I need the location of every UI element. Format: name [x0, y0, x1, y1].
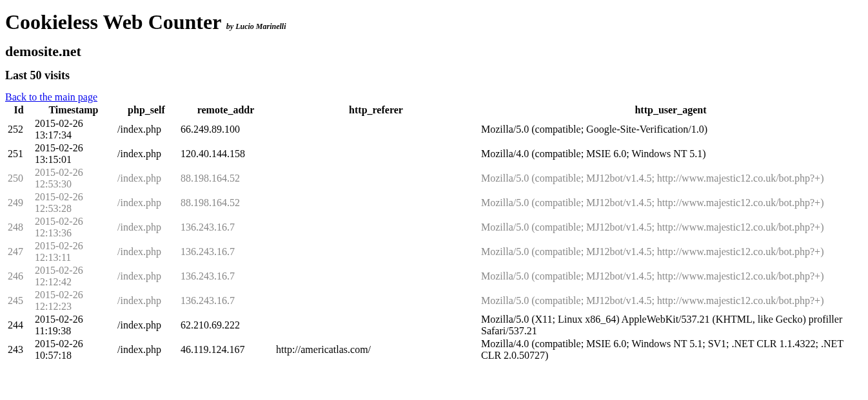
cell-php-self: /index.php: [115, 142, 178, 166]
cell-php-self: /index.php: [115, 117, 178, 142]
cell-remote-addr: 62.210.69.222: [178, 313, 273, 338]
cell-id: 244: [5, 313, 32, 338]
table-row: 2442015-02-26 11:19:38/index.php62.210.6…: [5, 313, 863, 338]
cell-id: 245: [5, 289, 32, 313]
cell-id: 247: [5, 240, 32, 264]
table-row: 2522015-02-26 13:17:34/index.php66.249.8…: [5, 117, 863, 142]
cell-remote-addr: 88.198.164.52: [178, 166, 273, 191]
cell-http-referer: http://americatlas.com/: [273, 338, 478, 362]
cell-id: 246: [5, 264, 32, 289]
cell-remote-addr: 88.198.164.52: [178, 191, 273, 215]
header-row: Id Timestamp php_self remote_addr http_r…: [5, 103, 863, 117]
site-name: demosite.net: [5, 43, 863, 60]
cell-timestamp: 2015-02-26 10:57:18: [32, 338, 115, 362]
cell-php-self: /index.php: [115, 191, 178, 215]
cell-http-referer: [273, 142, 478, 166]
cell-http-referer: [273, 215, 478, 240]
table-row: 2482015-02-26 12:13:36/index.php136.243.…: [5, 215, 863, 240]
col-php-self: php_self: [115, 103, 178, 117]
cell-remote-addr: 136.243.16.7: [178, 264, 273, 289]
page-title: Cookieless Web Counter by Lucio Marinell…: [5, 10, 863, 34]
cell-http-user-agent: Mozilla/5.0 (compatible; MJ12bot/v1.4.5;…: [478, 240, 863, 264]
table-row: 2432015-02-26 10:57:18/index.php46.119.1…: [5, 338, 863, 362]
cell-http-referer: [273, 191, 478, 215]
cell-http-user-agent: Mozilla/5.0 (compatible; MJ12bot/v1.4.5;…: [478, 289, 863, 313]
col-id: Id: [5, 103, 32, 117]
col-remote-addr: remote_addr: [178, 103, 273, 117]
cell-id: 251: [5, 142, 32, 166]
cell-timestamp: 2015-02-26 13:15:01: [32, 142, 115, 166]
cell-http-referer: [273, 289, 478, 313]
cell-http-user-agent: Mozilla/5.0 (compatible; MJ12bot/v1.4.5;…: [478, 166, 863, 191]
cell-http-referer: [273, 313, 478, 338]
cell-id: 249: [5, 191, 32, 215]
title-text: Cookieless Web Counter: [5, 10, 221, 33]
cell-php-self: /index.php: [115, 289, 178, 313]
cell-timestamp: 2015-02-26 12:53:30: [32, 166, 115, 191]
col-user-agent: http_user_agent: [478, 103, 863, 117]
cell-id: 243: [5, 338, 32, 362]
cell-http-user-agent: Mozilla/4.0 (compatible; MSIE 6.0; Windo…: [478, 142, 863, 166]
cell-remote-addr: 136.243.16.7: [178, 240, 273, 264]
table-row: 2502015-02-26 12:53:30/index.php88.198.1…: [5, 166, 863, 191]
cell-php-self: /index.php: [115, 338, 178, 362]
cell-http-referer: [273, 264, 478, 289]
cell-php-self: /index.php: [115, 264, 178, 289]
cell-id: 250: [5, 166, 32, 191]
table-row: 2492015-02-26 12:53:28/index.php88.198.1…: [5, 191, 863, 215]
cell-http-user-agent: Mozilla/4.0 (compatible; MSIE 6.0; Windo…: [478, 338, 863, 362]
cell-php-self: /index.php: [115, 166, 178, 191]
back-link[interactable]: Back to the main page: [5, 91, 97, 102]
cell-php-self: /index.php: [115, 313, 178, 338]
byline: by Lucio Marinelli: [226, 22, 286, 31]
cell-php-self: /index.php: [115, 215, 178, 240]
cell-php-self: /index.php: [115, 240, 178, 264]
cell-http-user-agent: Mozilla/5.0 (compatible; Google-Site-Ver…: [478, 117, 863, 142]
table-row: 2462015-02-26 12:12:42/index.php136.243.…: [5, 264, 863, 289]
table-row: 2472015-02-26 12:13:11/index.php136.243.…: [5, 240, 863, 264]
subtitle: Last 50 visits: [5, 69, 863, 82]
cell-remote-addr: 46.119.124.167: [178, 338, 273, 362]
cell-remote-addr: 66.249.89.100: [178, 117, 273, 142]
col-timestamp: Timestamp: [32, 103, 115, 117]
cell-http-referer: [273, 117, 478, 142]
cell-timestamp: 2015-02-26 12:13:36: [32, 215, 115, 240]
table-row: 2452015-02-26 12:12:23/index.php136.243.…: [5, 289, 863, 313]
cell-timestamp: 2015-02-26 11:19:38: [32, 313, 115, 338]
col-http-referer: http_referer: [273, 103, 478, 117]
cell-id: 252: [5, 117, 32, 142]
cell-remote-addr: 136.243.16.7: [178, 215, 273, 240]
cell-remote-addr: 120.40.144.158: [178, 142, 273, 166]
cell-timestamp: 2015-02-26 13:17:34: [32, 117, 115, 142]
cell-timestamp: 2015-02-26 12:12:23: [32, 289, 115, 313]
visits-table: Id Timestamp php_self remote_addr http_r…: [5, 103, 863, 362]
table-row: 2512015-02-26 13:15:01/index.php120.40.1…: [5, 142, 863, 166]
cell-http-referer: [273, 166, 478, 191]
cell-http-user-agent: Mozilla/5.0 (compatible; MJ12bot/v1.4.5;…: [478, 264, 863, 289]
cell-timestamp: 2015-02-26 12:13:11: [32, 240, 115, 264]
cell-id: 248: [5, 215, 32, 240]
cell-http-user-agent: Mozilla/5.0 (compatible; MJ12bot/v1.4.5;…: [478, 215, 863, 240]
cell-http-user-agent: Mozilla/5.0 (X11; Linux x86_64) AppleWeb…: [478, 313, 863, 338]
cell-remote-addr: 136.243.16.7: [178, 289, 273, 313]
cell-timestamp: 2015-02-26 12:12:42: [32, 264, 115, 289]
cell-timestamp: 2015-02-26 12:53:28: [32, 191, 115, 215]
cell-http-user-agent: Mozilla/5.0 (compatible; MJ12bot/v1.4.5;…: [478, 191, 863, 215]
cell-http-referer: [273, 240, 478, 264]
